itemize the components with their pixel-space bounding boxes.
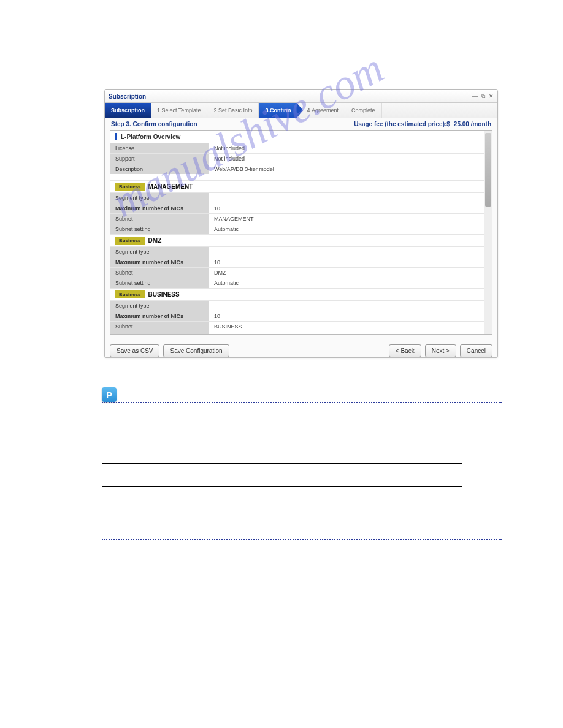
subnet-setting-value: Automatic	[209, 332, 492, 334]
row-support: Support Not included	[110, 153, 492, 164]
overview-header: L-Platform Overview	[110, 131, 492, 143]
scrollbar-thumb[interactable]	[485, 133, 491, 207]
segment-header-management: Business MANAGEMENT	[110, 180, 492, 192]
segment-name: MANAGEMENT	[148, 183, 193, 190]
subnet-setting-value: Automatic	[209, 278, 492, 288]
header-bar-icon	[115, 133, 117, 140]
next-button[interactable]: Next >	[425, 344, 456, 357]
subnet-label: Subnet	[110, 322, 209, 332]
subnet-setting-label: Subnet setting	[110, 278, 209, 288]
row-subnet: Subnet MANAGEMENT	[110, 213, 492, 224]
segment-header-business: Business BUSINESS	[110, 288, 492, 300]
max-nics-value: 10	[209, 257, 492, 267]
row-segment-type: Segment type	[110, 192, 492, 203]
subnet-setting-value: Automatic	[209, 224, 492, 234]
row-max-nics: Maximum number of NICs 10	[110, 257, 492, 267]
max-nics-value: 10	[209, 203, 492, 213]
subnet-label: Subnet	[110, 214, 209, 224]
step-header: Step 3. Confirm configuration Usage fee …	[105, 118, 497, 130]
row-license: License Not included	[110, 143, 492, 153]
save-csv-button[interactable]: Save as CSV	[110, 344, 159, 357]
row-subnet-setting: Subnet setting Automatic	[110, 332, 492, 334]
back-button[interactable]: < Back	[389, 344, 421, 357]
segment-badge: Business	[115, 290, 145, 298]
step-label: Step 3. Confirm configuration	[111, 121, 197, 127]
max-nics-value: 10	[209, 311, 492, 321]
max-nics-label: Maximum number of NICs	[110, 311, 209, 321]
segment-type-label: Segment type	[110, 301, 209, 311]
segment-type-value	[209, 301, 492, 311]
segment-type-value	[209, 247, 492, 257]
row-subnet: Subnet BUSINESS	[110, 321, 492, 332]
config-scroll[interactable]: L-Platform Overview License Not included…	[110, 131, 492, 334]
wizard-tabs: Subscription 1.Select Template 2.Set Bas…	[105, 103, 497, 118]
dotted-separator	[102, 402, 502, 403]
subnet-value: DMZ	[209, 268, 492, 278]
tab-step4[interactable]: 4.Agreement	[297, 103, 345, 118]
row-subnet: Subnet DMZ	[110, 267, 492, 278]
subnet-value: BUSINESS	[209, 322, 492, 332]
window-controls: — ⧉ ✕	[472, 93, 494, 100]
tab-complete[interactable]: Complete	[345, 103, 382, 118]
subscription-window: Subscription — ⧉ ✕ Subscription 1.Select…	[104, 89, 498, 358]
restore-icon[interactable]: ⧉	[481, 93, 485, 100]
subnet-setting-label: Subnet setting	[110, 332, 209, 334]
segment-type-label: Segment type	[110, 193, 209, 203]
row-segment-type: Segment type	[110, 300, 492, 311]
row-max-nics: Maximum number of NICs 10	[110, 203, 492, 213]
segment-name: DMZ	[148, 237, 162, 244]
usage-fee-label: Usage fee (the estimated price):$	[354, 121, 450, 127]
tab-step3[interactable]: 3.Confirm	[259, 103, 297, 118]
tab-step1[interactable]: 1.Select Template	[151, 103, 207, 118]
support-value: Not included	[209, 154, 492, 164]
support-label: Support	[110, 154, 209, 164]
window-title: Subscription	[109, 93, 146, 100]
tab-step2[interactable]: 2.Set Basic Info	[207, 103, 259, 118]
window-title-bar: Subscription — ⧉ ✕	[105, 90, 497, 103]
config-details-panel: L-Platform Overview License Not included…	[110, 130, 492, 335]
csv-filename-box	[102, 463, 462, 487]
subnet-value: MANAGEMENT	[209, 214, 492, 224]
dotted-separator	[102, 539, 502, 540]
row-max-nics: Maximum number of NICs 10	[110, 311, 492, 321]
description-label: Description	[110, 164, 209, 174]
license-label: License	[110, 143, 209, 153]
segment-header-dmz: Business DMZ	[110, 234, 492, 246]
button-bar: Save as CSV Save Configuration < Back Ne…	[105, 339, 497, 362]
segment-badge: Business	[115, 183, 145, 191]
usage-fee-value: 25.00 /month	[454, 121, 491, 127]
row-segment-type: Segment type	[110, 246, 492, 257]
description-value: Web/AP/DB 3-tier model	[209, 164, 492, 174]
row-subnet-setting: Subnet setting Automatic	[110, 224, 492, 234]
max-nics-label: Maximum number of NICs	[110, 257, 209, 267]
close-icon[interactable]: ✕	[489, 93, 494, 100]
row-subnet-setting: Subnet setting Automatic	[110, 278, 492, 288]
license-value: Not included	[209, 143, 492, 153]
max-nics-label: Maximum number of NICs	[110, 203, 209, 213]
segment-type-label: Segment type	[110, 247, 209, 257]
point-icon: P	[102, 387, 117, 402]
segment-name: BUSINESS	[148, 291, 180, 298]
save-configuration-button[interactable]: Save Configuration	[163, 344, 229, 357]
segment-type-value	[209, 193, 492, 203]
scrollbar-track[interactable]	[484, 131, 492, 334]
subnet-setting-label: Subnet setting	[110, 224, 209, 234]
tab-subscription[interactable]: Subscription	[105, 103, 151, 118]
overview-heading: L-Platform Overview	[121, 134, 180, 140]
cancel-button[interactable]: Cancel	[460, 344, 492, 357]
segment-badge: Business	[115, 237, 145, 245]
row-description: Description Web/AP/DB 3-tier model	[110, 164, 492, 174]
subnet-label: Subnet	[110, 268, 209, 278]
minimize-icon[interactable]: —	[472, 93, 478, 100]
